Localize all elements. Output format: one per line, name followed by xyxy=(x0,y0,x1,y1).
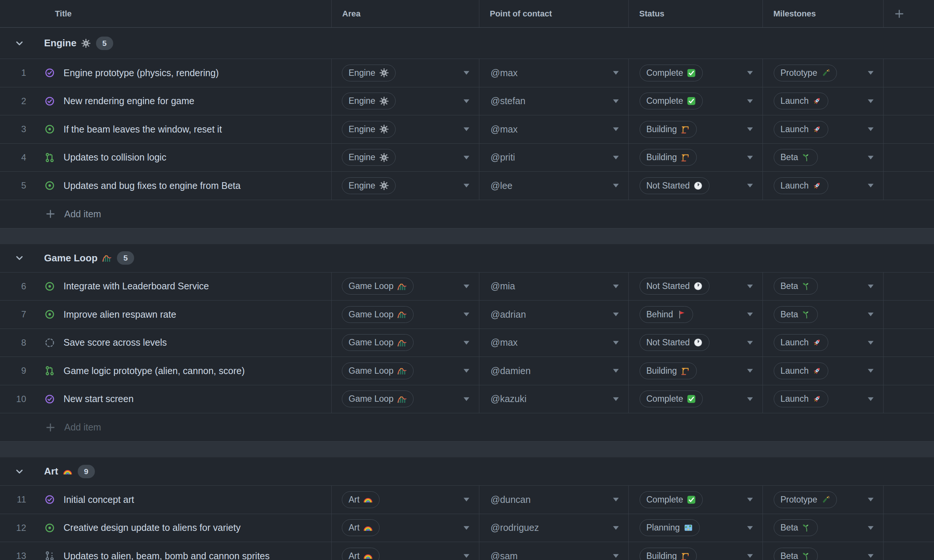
caret-down-icon[interactable] xyxy=(746,183,754,188)
item-title[interactable]: Improve alien respawn rate xyxy=(63,309,176,320)
status-pill[interactable]: Behind xyxy=(640,306,693,323)
title-cell[interactable]: 7Improve alien respawn rate xyxy=(0,300,332,329)
area-pill[interactable]: Game Loop xyxy=(342,391,413,407)
caret-down-icon[interactable] xyxy=(867,183,874,188)
item-title[interactable]: Engine prototype (physics, rendering) xyxy=(63,68,219,78)
title-cell[interactable]: 1Engine prototype (physics, rendering) xyxy=(0,59,332,87)
caret-down-icon[interactable] xyxy=(463,284,470,289)
milestone-cell[interactable]: Beta xyxy=(763,144,883,172)
milestone-pill[interactable]: Launch xyxy=(774,177,828,194)
milestone-pill[interactable]: Beta xyxy=(774,278,818,295)
milestone-cell[interactable]: Beta xyxy=(763,542,883,560)
area-cell[interactable]: Engine xyxy=(332,172,479,200)
status-pill[interactable]: Complete xyxy=(640,391,703,407)
point-of-contact-cell[interactable]: @lee xyxy=(479,172,629,200)
caret-down-icon[interactable] xyxy=(463,397,470,402)
milestone-cell[interactable]: Launch xyxy=(763,385,883,413)
area-pill[interactable]: Engine xyxy=(342,65,396,82)
milestone-cell[interactable]: Beta xyxy=(763,300,883,329)
milestone-pill[interactable]: Beta xyxy=(774,548,818,560)
status-cell[interactable]: Building xyxy=(629,357,763,385)
caret-down-icon[interactable] xyxy=(867,525,874,530)
caret-down-icon[interactable] xyxy=(867,554,874,558)
point-of-contact-cell[interactable]: @sam xyxy=(479,542,629,560)
title-cell[interactable]: 8Save score across levels xyxy=(0,329,332,357)
milestone-cell[interactable]: Launch xyxy=(763,172,883,200)
caret-down-icon[interactable] xyxy=(463,554,470,558)
milestone-pill[interactable]: Launch xyxy=(774,391,828,407)
milestone-cell[interactable]: Prototype xyxy=(763,486,883,514)
point-of-contact-cell[interactable]: @adrian xyxy=(479,300,629,329)
point-of-contact-cell[interactable]: @max xyxy=(479,59,629,87)
status-pill[interactable]: Complete xyxy=(640,65,703,82)
area-pill[interactable]: Art xyxy=(342,548,379,560)
chevron-down-icon[interactable] xyxy=(14,253,25,263)
caret-down-icon[interactable] xyxy=(867,368,874,373)
status-cell[interactable]: Building xyxy=(629,542,763,560)
caret-down-icon[interactable] xyxy=(746,340,754,345)
caret-down-icon[interactable] xyxy=(867,340,874,345)
caret-down-icon[interactable] xyxy=(746,127,754,132)
chevron-down-icon[interactable] xyxy=(14,38,25,49)
column-header-title[interactable]: Title xyxy=(0,0,332,27)
status-cell[interactable]: Not Started xyxy=(629,272,763,300)
caret-down-icon[interactable] xyxy=(612,155,620,160)
milestone-pill[interactable]: Launch xyxy=(774,121,828,138)
status-pill[interactable]: Building xyxy=(640,149,697,166)
point-of-contact-cell[interactable]: @mia xyxy=(479,272,629,300)
title-cell[interactable]: 12Creative design update to aliens for v… xyxy=(0,514,332,542)
title-cell[interactable]: 2New rendering engine for game xyxy=(0,88,332,115)
caret-down-icon[interactable] xyxy=(463,340,470,345)
caret-down-icon[interactable] xyxy=(867,497,874,502)
caret-down-icon[interactable] xyxy=(746,98,754,103)
caret-down-icon[interactable] xyxy=(746,497,754,502)
item-title[interactable]: New start screen xyxy=(63,394,134,404)
title-cell[interactable]: 9Game logic prototype (alien, cannon, sc… xyxy=(0,357,332,385)
milestone-cell[interactable]: Launch xyxy=(763,329,883,357)
caret-down-icon[interactable] xyxy=(746,525,754,530)
chevron-down-icon[interactable] xyxy=(14,466,25,477)
point-of-contact-cell[interactable]: @damien xyxy=(479,357,629,385)
area-pill[interactable]: Game Loop xyxy=(342,306,413,323)
milestone-cell[interactable]: Launch xyxy=(763,115,883,143)
area-cell[interactable]: Engine xyxy=(332,88,479,115)
status-cell[interactable]: Planning xyxy=(629,514,763,542)
status-pill[interactable]: Building xyxy=(640,121,697,138)
milestone-cell[interactable]: Launch xyxy=(763,88,883,115)
area-cell[interactable]: Game Loop xyxy=(332,300,479,329)
status-cell[interactable]: Behind xyxy=(629,300,763,329)
caret-down-icon[interactable] xyxy=(612,525,620,530)
area-pill[interactable]: Engine xyxy=(342,92,396,109)
caret-down-icon[interactable] xyxy=(463,183,470,188)
status-pill[interactable]: Complete xyxy=(640,491,703,508)
milestone-cell[interactable]: Prototype xyxy=(763,59,883,87)
milestone-pill[interactable]: Beta xyxy=(774,519,818,536)
item-title[interactable]: Creative design update to aliens for var… xyxy=(63,522,240,533)
point-of-contact-cell[interactable]: @max xyxy=(479,115,629,143)
caret-down-icon[interactable] xyxy=(746,312,754,317)
milestone-pill[interactable]: Launch xyxy=(774,334,828,351)
milestone-cell[interactable]: Beta xyxy=(763,514,883,542)
status-pill[interactable]: Planning xyxy=(640,519,700,536)
caret-down-icon[interactable] xyxy=(612,497,620,502)
caret-down-icon[interactable] xyxy=(612,554,620,558)
caret-down-icon[interactable] xyxy=(746,397,754,402)
title-cell[interactable]: 10New start screen xyxy=(0,385,332,413)
point-of-contact-cell[interactable]: @priti xyxy=(479,144,629,172)
caret-down-icon[interactable] xyxy=(463,98,470,103)
area-cell[interactable]: Engine xyxy=(332,115,479,143)
area-cell[interactable]: Art xyxy=(332,514,479,542)
item-title[interactable]: Save score across levels xyxy=(63,337,167,348)
caret-down-icon[interactable] xyxy=(463,525,470,530)
caret-down-icon[interactable] xyxy=(867,397,874,402)
caret-down-icon[interactable] xyxy=(463,312,470,317)
status-cell[interactable]: Complete xyxy=(629,385,763,413)
caret-down-icon[interactable] xyxy=(612,284,620,289)
caret-down-icon[interactable] xyxy=(746,284,754,289)
status-pill[interactable]: Not Started xyxy=(640,278,709,295)
title-cell[interactable]: 3If the beam leaves the window, reset it xyxy=(0,115,332,143)
item-title[interactable]: Updates and bug fixes to engine from Bet… xyxy=(63,180,240,191)
column-header-point-of-contact[interactable]: Point of contact xyxy=(479,0,629,27)
status-cell[interactable]: Not Started xyxy=(629,172,763,200)
status-cell[interactable]: Complete xyxy=(629,59,763,87)
